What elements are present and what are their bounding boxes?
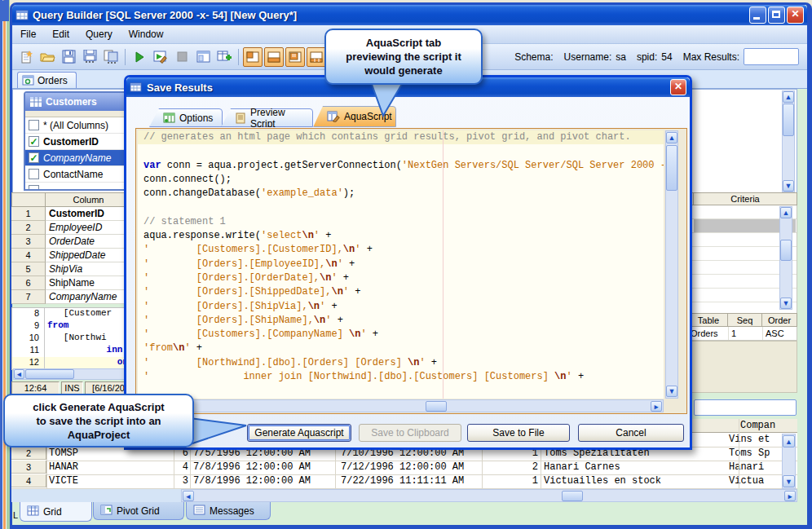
code-line: ' [Customers].[CustomerID],\n' +: [138, 243, 664, 257]
close-button[interactable]: ✕: [787, 7, 804, 24]
menu-item-edit[interactable]: Edit: [44, 27, 77, 42]
checkbox[interactable]: [29, 169, 39, 179]
columns-grid[interactable]: Column 1CustomerID2EmployeeID3OrderDate4…: [11, 192, 132, 304]
order-grid-header-seq[interactable]: Seq: [728, 313, 762, 327]
columns-grid-row[interactable]: 1CustomerID: [11, 207, 132, 221]
customers-panel-header[interactable]: Customers: [25, 93, 129, 111]
menu-item-file[interactable]: File: [12, 27, 44, 42]
diagram-vscrollbar[interactable]: ▲ ▼: [782, 90, 795, 192]
tab-grid[interactable]: Grid: [20, 502, 92, 522]
code-segment: +: [343, 258, 355, 270]
result-grid-hscrollbar[interactable]: ◂ ▸: [181, 489, 797, 502]
code-vscrollbar[interactable]: ▲ ▼: [665, 130, 678, 399]
columns-grid-row[interactable]: 4ShippedDate: [11, 249, 132, 262]
max-results-label: Max Results:: [683, 51, 739, 63]
menu-item-query[interactable]: Query: [77, 27, 121, 42]
order-grid-row[interactable]: Orders 1 ASC: [689, 327, 797, 341]
checkbox[interactable]: ✓: [29, 152, 39, 163]
generate-aquascript-button[interactable]: Generate Aquascript: [247, 424, 351, 442]
results-window-icon[interactable]: [193, 47, 213, 67]
code-line: ' inner join [Northwind].[dbo].[Customer…: [138, 370, 664, 384]
sql-line[interactable]: 12 on: [12, 357, 131, 369]
columns-grid-header[interactable]: Column: [46, 192, 132, 207]
checkbox[interactable]: [29, 185, 39, 191]
doc-tab-orders[interactable]: Orders: [17, 72, 77, 88]
save-to-file-button[interactable]: Save to File: [467, 424, 570, 442]
column-checkbox-row[interactable]: [25, 183, 129, 191]
sql-editor-hscrollbar[interactable]: ◂: [13, 368, 131, 380]
criteria-header[interactable]: Criteria: [694, 192, 797, 205]
order-grid-header-table[interactable]: Table: [689, 313, 728, 327]
tab-preview-script[interactable]: Preview Script: [221, 108, 313, 127]
column-checkbox-row[interactable]: * (All Columns): [25, 117, 129, 134]
sql-line-text: from: [45, 320, 68, 333]
column-checkbox-row[interactable]: ✓CompanyName: [25, 150, 129, 166]
panel-grid-toggle-icon[interactable]: [307, 47, 326, 67]
row-number: 4: [11, 474, 46, 487]
sql-line[interactable]: 10 [Northwi: [12, 333, 131, 345]
execute-icon[interactable]: [130, 47, 149, 67]
table-row[interactable]: 4VICTE37/8/1996 12:00:00 AM7/22/1996 11:…: [11, 474, 797, 489]
panel-script-toggle-icon[interactable]: [285, 47, 305, 67]
column-checkbox-row[interactable]: ✓CustomerID: [25, 134, 129, 150]
checkbox[interactable]: ✓: [29, 136, 39, 147]
sql-editor[interactable]: 8 [Customer9from10 [Northwi11 inn12 on: [11, 307, 132, 370]
aquascript-icon: [327, 111, 340, 122]
code-editor[interactable]: // generates an html page which contains…: [138, 130, 664, 399]
column-checkbox-label: CompanyName: [43, 152, 111, 164]
code-segment: ': [419, 357, 425, 368]
open-icon[interactable]: [38, 47, 57, 67]
sql-line-text: inn: [45, 345, 122, 357]
order-grid[interactable]: Table Seq Order Orders 1 ASC: [689, 313, 797, 341]
tab-options[interactable]: Options: [149, 108, 223, 127]
save-as-icon[interactable]: [80, 47, 99, 67]
grid-cell-employee-id: 3: [183, 475, 188, 487]
minimize-button[interactable]: [749, 7, 766, 24]
stop-icon[interactable]: [172, 47, 192, 67]
code-segment: +: [426, 357, 437, 368]
company-column-header[interactable]: Compan: [740, 420, 775, 431]
add-table-icon[interactable]: [214, 47, 234, 67]
grid-filter-input[interactable]: [694, 399, 797, 416]
sql-line[interactable]: 9from: [12, 320, 131, 333]
row-number: 7: [11, 290, 46, 304]
panel-left-toggle-icon[interactable]: [243, 47, 263, 67]
columns-grid-row[interactable]: 7CompanyName: [11, 290, 132, 304]
new-query-icon[interactable]: [16, 47, 36, 67]
sql-line[interactable]: 8 [Customer: [12, 308, 131, 320]
execute-edit-icon[interactable]: [151, 47, 170, 67]
column-checkbox-row[interactable]: ContactName: [25, 166, 129, 183]
callout-text-line: click Generate AquaScript: [5, 400, 192, 414]
window-titlebar[interactable]: Query Builder [SQL Server 2000 -x- 54] […: [12, 5, 807, 25]
menu-item-window[interactable]: Window: [121, 27, 172, 42]
code-segment: ' [Orders].[ShipVia],: [143, 301, 308, 312]
result-grid-vscrollbar[interactable]: ▲ ▼: [782, 434, 796, 489]
tab-messages[interactable]: Messages: [186, 502, 271, 520]
dialog-close-button[interactable]: ✕: [670, 79, 686, 95]
tab-pivot-grid[interactable]: Pivot Grid: [93, 502, 184, 520]
panel-bottom-toggle-icon[interactable]: [264, 47, 284, 67]
code-segment: conn.changeDatabase(: [143, 187, 261, 199]
max-results-input[interactable]: [744, 48, 799, 65]
customers-panel[interactable]: Customers * (All Columns)✓CustomerID✓Com…: [24, 91, 130, 191]
grid-cell-company: Toms Sp: [729, 447, 770, 459]
checkbox[interactable]: [29, 120, 39, 130]
sql-line-text: on: [45, 357, 128, 369]
code-line: 'from\n' +: [138, 342, 664, 355]
row-number: 5: [11, 262, 46, 276]
order-grid-header-order[interactable]: Order: [762, 313, 797, 327]
sql-line[interactable]: 11 inn: [12, 345, 131, 357]
columns-grid-row[interactable]: 6ShipName: [11, 276, 132, 290]
columns-grid-row[interactable]: 5ShipVia: [11, 262, 132, 276]
save-all-icon[interactable]: [101, 47, 121, 67]
columns-grid-row[interactable]: 2EmployeeID: [11, 221, 132, 235]
save-icon[interactable]: [59, 47, 78, 67]
aquascript-tab-panel: // generates an html page which contains…: [135, 128, 687, 414]
table-row[interactable]: 3HANAR47/8/1996 12:00:00 AM7/12/1996 12:…: [11, 461, 797, 475]
maximize-button[interactable]: [768, 7, 785, 24]
columns-grid-row[interactable]: 3OrderDate: [11, 235, 132, 249]
sql-line-number: 10: [12, 333, 45, 345]
cancel-button[interactable]: Cancel: [578, 424, 684, 442]
criteria-vscrollbar[interactable]: ▲ ▼: [779, 206, 792, 310]
schema-label: Schema:: [514, 51, 553, 63]
